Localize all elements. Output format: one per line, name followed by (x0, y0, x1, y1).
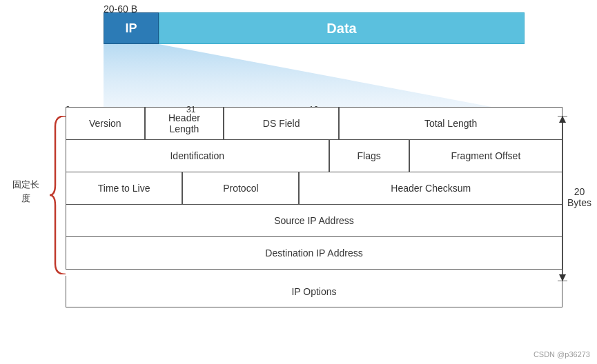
cell-destination-ip: Destination IP Address (66, 237, 562, 269)
grid-row-5: Destination IP Address (66, 236, 562, 270)
watermark: CSDN @p36273 (534, 350, 590, 358)
grid-row-3: Time to Live Protocol Header Checksum (66, 172, 562, 204)
cell-ip-options: IP Options (66, 276, 562, 307)
cell-protocol: Protocol (182, 172, 299, 204)
cell-ds-field: DS Field (224, 108, 339, 139)
packet-data-block: Data (159, 12, 525, 44)
ip-options-row: IP Options (66, 276, 562, 307)
cell-identification: Identification (66, 140, 329, 172)
bit-label-31: 31 (186, 105, 195, 114)
svg-marker-0 (104, 44, 525, 113)
field-grid: Version HeaderLength DS Field Total Leng… (66, 107, 562, 270)
packet-bar: IP Data (104, 12, 525, 44)
cell-flags: Flags (329, 140, 409, 172)
grid-row-2: Identification Flags Fragment Offset (66, 139, 562, 172)
fixed-length-label: 固定长 度 (12, 178, 39, 205)
cell-header-length: HeaderLength (145, 108, 224, 139)
cell-time-to-live: Time to Live (66, 172, 182, 204)
right-size-label: 20 Bytes (567, 186, 591, 208)
beam-shape (104, 44, 525, 113)
cell-header-checksum: Header Checksum (299, 172, 562, 204)
cell-fragment-offset: Fragment Offset (409, 140, 562, 172)
grid-row-1: Version HeaderLength DS Field Total Leng… (66, 107, 562, 139)
cell-total-length: Total Length (339, 108, 562, 139)
svg-marker-3 (559, 274, 566, 281)
left-brace-svg (48, 116, 69, 274)
packet-ip-block: IP (104, 12, 159, 44)
svg-marker-2 (559, 116, 566, 123)
cell-version: Version (66, 108, 145, 139)
main-container: 20-60 B IP Data 0 16 Version HeaderLengt… (0, 0, 597, 364)
grid-row-4: Source IP Address (66, 204, 562, 236)
cell-source-ip: Source IP Address (66, 205, 562, 236)
